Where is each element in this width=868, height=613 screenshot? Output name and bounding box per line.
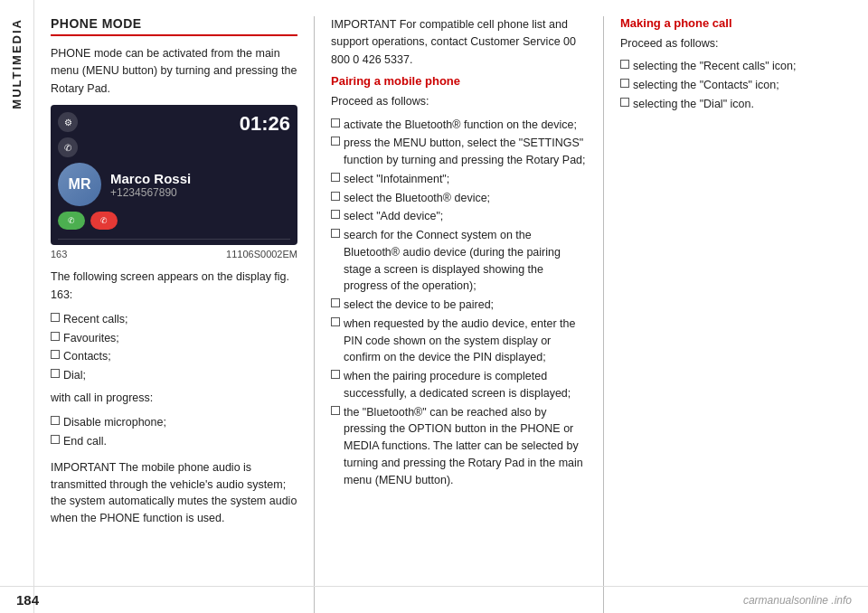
list-item: Favourites; (51, 330, 297, 347)
pairing-title: Pairing a mobile phone (331, 74, 587, 88)
phone-screen-mockup: ⚙ ✆ 01:26 MR Marco Rossi +1234567890 ✆ ✆ (51, 105, 297, 245)
footer: 184 carmanualsonline .info (0, 586, 868, 613)
list-item: search for the Connect system on the Blu… (331, 227, 587, 295)
checkbox-icon (620, 98, 629, 107)
list-item: select the device to be paired; (331, 297, 587, 314)
checkbox-icon (51, 369, 60, 378)
checkbox-icon (331, 317, 340, 326)
phone-time: 01:26 (240, 112, 290, 136)
phone-bottom-bar: 21 PHONE 21 (58, 239, 290, 245)
figure-number: 163 (51, 249, 67, 259)
list-item: selecting the "Dial" icon. (620, 96, 852, 113)
list-item: Recent calls; (51, 311, 297, 328)
list-item: when requested by the audio device, ente… (331, 316, 587, 366)
list-item: Dial; (51, 367, 297, 384)
reject-call-button[interactable]: ✆ (90, 212, 118, 230)
list-item: selecting the "Recent calls" icon; (620, 58, 852, 75)
column-right: Making a phone call Proceed as follows: … (604, 16, 868, 613)
checkbox-icon (51, 350, 60, 359)
list-item: press the MENU button, select the "SETTI… (331, 135, 587, 169)
checkbox-icon (331, 118, 340, 127)
column-middle: IMPORTANT For compatible cell phone list… (315, 16, 604, 613)
checkbox-icon (331, 210, 340, 219)
checkbox-icon (51, 313, 60, 322)
list-item: End call. (51, 433, 297, 450)
contact-name: Marco Rossi (110, 171, 191, 186)
checkbox-icon (331, 406, 340, 415)
intro-text: PHONE mode can be activated from the mai… (51, 45, 297, 98)
checkbox-icon (51, 435, 60, 444)
checkbox-list: Recent calls; Favourites; Contacts; Dial… (51, 311, 297, 384)
list-item: Contacts; (51, 348, 297, 365)
with-call-text: with call in progress: (51, 390, 297, 407)
column-left: PHONE MODE PHONE mode can be activated f… (34, 16, 315, 613)
checkbox-icon (331, 137, 340, 146)
checkbox-icon (331, 370, 340, 379)
site-logo: carmanualsonline .info (743, 594, 852, 607)
list-item: selecting the "Contacts" icon; (620, 77, 852, 94)
sidebar: MULTIMEDIA (0, 0, 34, 613)
figure-caption: 163 11106S0002EM (51, 249, 297, 259)
checkbox-icon (620, 79, 629, 88)
checkbox-icon (51, 332, 60, 341)
important-note: IMPORTANT The mobile phone audio is tran… (51, 459, 297, 527)
list-item: select the Bluetooth® device; (331, 190, 587, 207)
contact-row: MR Marco Rossi +1234567890 (58, 163, 290, 206)
section-title: PHONE MODE (51, 16, 297, 36)
list-item: Disable microphone; (51, 414, 297, 431)
figure-code: 11106S0002EM (226, 249, 297, 259)
making-call-steps: selecting the "Recent calls" icon; selec… (620, 58, 852, 112)
phone-screen-icons: ⚙ ✆ (58, 112, 78, 157)
screen-desc: The following screen appears on the disp… (51, 269, 297, 304)
checkbox-icon (331, 298, 340, 307)
phone-icon: ✆ (58, 137, 78, 157)
checkbox-icon (331, 229, 340, 238)
list-item: activate the Bluetooth® function on the … (331, 117, 587, 134)
checkbox-icon (620, 60, 629, 69)
call-buttons-row: ✆ ✆ (58, 212, 290, 230)
important-intro: IMPORTANT For compatible cell phone list… (331, 16, 587, 69)
sidebar-label: MULTIMEDIA (10, 18, 24, 109)
page-number: 184 (16, 592, 39, 608)
making-call-title: Making a phone call (620, 16, 852, 30)
list-item: select "Infotainment"; (331, 171, 587, 188)
contact-number: +1234567890 (110, 186, 191, 199)
contact-info: Marco Rossi +1234567890 (110, 171, 191, 199)
call-progress-list: Disable microphone; End call. (51, 414, 297, 450)
pairing-intro: Proceed as follows: (331, 93, 587, 110)
list-item: the "Bluetooth®" can be reached also by … (331, 404, 587, 489)
main-content: PHONE MODE PHONE mode can be activated f… (34, 0, 868, 613)
list-item: select "Add device"; (331, 208, 587, 225)
pairing-steps-list: activate the Bluetooth® function on the … (331, 117, 587, 489)
settings-icon: ⚙ (58, 112, 78, 132)
checkbox-icon (331, 173, 340, 182)
list-item: when the pairing procedure is completed … (331, 368, 587, 402)
checkbox-icon (331, 192, 340, 201)
accept-call-button[interactable]: ✆ (58, 212, 85, 230)
contact-avatar: MR (58, 163, 101, 206)
checkbox-icon (51, 416, 60, 425)
making-call-intro: Proceed as follows: (620, 35, 852, 52)
